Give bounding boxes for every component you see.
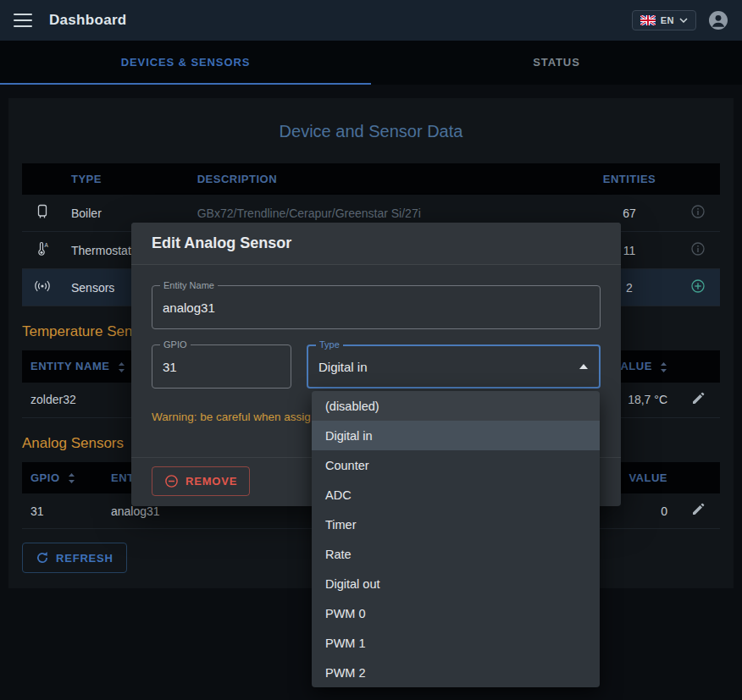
device-col-description: DESCRIPTION: [189, 163, 583, 195]
type-option-pwm-1[interactable]: PWM 1: [312, 628, 600, 658]
info-icon[interactable]: [690, 204, 706, 219]
thermostat-icon: A: [35, 241, 50, 256]
sort-icon: [68, 472, 75, 484]
remove-label: REMOVE: [186, 475, 237, 488]
tab-status[interactable]: STATUS: [371, 41, 742, 85]
dialog-header: Edit Analog Sensor: [131, 223, 621, 265]
type-option-pwm-2[interactable]: PWM 2: [312, 658, 600, 687]
chevron-down-icon: [679, 18, 688, 23]
type-option-adc[interactable]: ADC: [312, 480, 600, 510]
analog-col-gpio-label: GPIO: [30, 471, 60, 484]
entity-name-label: Entity Name: [160, 280, 218, 291]
sort-icon: [660, 361, 667, 373]
type-option-counter[interactable]: Counter: [312, 450, 600, 480]
hamburger-menu-icon[interactable]: [14, 14, 32, 27]
refresh-button[interactable]: REFRESH: [22, 543, 127, 573]
gpio-input[interactable]: [163, 360, 280, 374]
remove-button[interactable]: REMOVE: [152, 466, 250, 496]
entity-name-input[interactable]: [163, 300, 590, 315]
boiler-icon: [35, 204, 50, 219]
analog-col-gpio[interactable]: GPIO: [22, 462, 102, 494]
chevron-up-icon: [579, 363, 589, 370]
gpio-label: GPIO: [160, 339, 191, 350]
type-option-rate[interactable]: Rate: [312, 539, 600, 569]
language-selector[interactable]: EN: [632, 10, 696, 30]
remove-circle-icon: [164, 474, 179, 488]
info-icon[interactable]: [690, 241, 706, 256]
page: Dashboard EN: [0, 0, 742, 700]
type-select[interactable]: Type Digital in: [307, 344, 601, 389]
refresh-label: REFRESH: [56, 552, 114, 565]
gpio-field[interactable]: GPIO: [152, 344, 291, 389]
tab-bar: DEVICES & SENSORS STATUS: [0, 41, 742, 85]
entity-name-field[interactable]: Entity Name: [152, 285, 601, 329]
app-bar: Dashboard EN: [0, 0, 742, 41]
device-col-type: TYPE: [63, 163, 189, 195]
device-col-entities: ENTITIES: [583, 163, 676, 195]
tab-devices-sensors[interactable]: DEVICES & SENSORS: [0, 41, 371, 85]
dialog-title: Edit Analog Sensor: [152, 234, 601, 252]
type-option-digital-out[interactable]: Digital out: [312, 569, 600, 598]
page-title: Device and Sensor Data: [22, 122, 720, 141]
type-option-timer[interactable]: Timer: [312, 510, 600, 539]
type-option-pwm-0[interactable]: PWM 0: [312, 598, 600, 628]
language-label: EN: [661, 15, 674, 25]
svg-text:A: A: [45, 242, 49, 248]
type-option-digital-in[interactable]: Digital in: [312, 421, 600, 450]
app-title: Dashboard: [49, 12, 127, 29]
analog-gpio: 31: [22, 493, 102, 529]
type-option-disabled[interactable]: (disabled): [312, 391, 600, 421]
sensors-icon: [35, 278, 50, 294]
user-avatar-icon[interactable]: [708, 10, 728, 30]
type-selected-value: Digital in: [318, 360, 368, 374]
refresh-icon: [36, 551, 49, 565]
add-entity-icon[interactable]: [690, 278, 706, 294]
uk-flag-icon: [640, 15, 656, 25]
type-label: Type: [316, 339, 343, 350]
temp-col-entity-name-label: ENTITY NAME: [30, 360, 109, 372]
type-dropdown-menu: (disabled) Digital in Counter ADC Timer …: [312, 391, 600, 687]
sort-icon: [118, 361, 125, 373]
edit-pencil-icon[interactable]: [691, 503, 705, 516]
edit-pencil-icon[interactable]: [691, 392, 705, 405]
